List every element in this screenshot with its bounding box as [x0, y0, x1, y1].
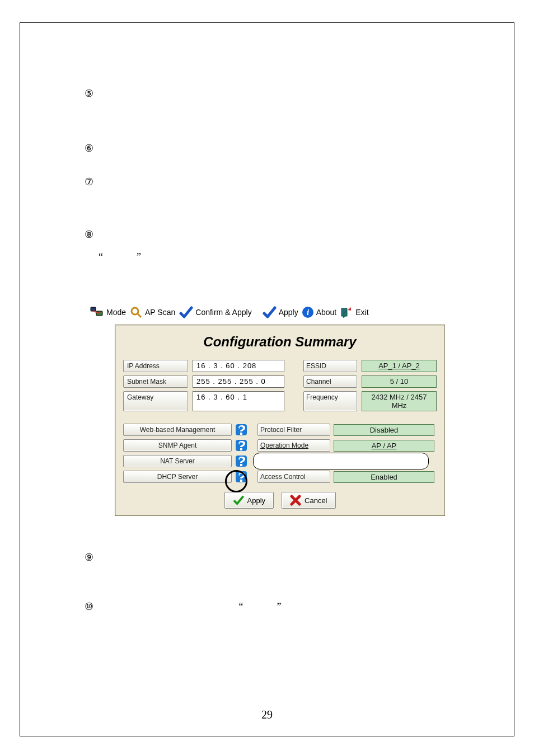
- open-quote-10: “: [239, 601, 243, 612]
- marker-6: ⑥: [83, 142, 95, 155]
- value-essid[interactable]: AP_1 / AP_2: [362, 360, 437, 372]
- value-access: Enabled: [334, 471, 434, 483]
- marker-8: ⑧: [83, 228, 95, 241]
- confirm-apply-button[interactable]: Confirm & Apply: [179, 305, 251, 320]
- row-nat: NAT Server: [123, 455, 437, 467]
- label-essid: ESSID: [303, 360, 357, 372]
- label-channel: Channel: [303, 375, 357, 388]
- apply-button[interactable]: Apply: [262, 305, 298, 320]
- panel-apply-label: Apply: [247, 496, 266, 505]
- svg-line-3: [137, 313, 141, 317]
- marker-7: ⑦: [83, 175, 95, 189]
- label-snmp: SNMP Agent: [123, 439, 232, 452]
- panel-title: Configuration Summary: [123, 334, 437, 350]
- row-mask: Subnet Mask 255 . 255 . 255 . 0 Channel …: [123, 375, 437, 388]
- label-ip: IP Address: [123, 360, 188, 372]
- item-9: ⑨: [83, 551, 489, 564]
- item-10: ⑩ “”: [83, 600, 489, 613]
- toolbar: Mode AP Scan Confirm & Apply Apply i Abo…: [90, 302, 481, 322]
- apscan-button[interactable]: AP Scan: [129, 306, 175, 319]
- label-web: Web-based Management: [123, 424, 232, 436]
- panel-cancel-button[interactable]: Cancel: [282, 492, 335, 509]
- item-6: ⑥: [83, 142, 489, 155]
- check-icon: [262, 305, 277, 320]
- label-proto: Protocol Filter: [257, 424, 330, 436]
- open-quote: “: [99, 251, 137, 262]
- label-dhcp: DHCP Server: [123, 471, 232, 483]
- help-icon-web[interactable]: [235, 424, 247, 436]
- value-proto: Disabled: [334, 424, 434, 436]
- services-block: Web-based Management Protocol Filter Dis…: [123, 424, 437, 483]
- apscan-label: AP Scan: [145, 308, 175, 317]
- panel-cancel-label: Cancel: [305, 496, 327, 505]
- search-icon: [129, 306, 143, 319]
- label-opmode[interactable]: Operation Mode: [257, 439, 330, 452]
- panel-button-row: Apply Cancel: [123, 492, 437, 509]
- mode-label: Mode: [106, 308, 126, 317]
- item-5: ⑤: [83, 87, 489, 100]
- close-quote-10: ”: [277, 601, 282, 612]
- about-button[interactable]: i About: [302, 306, 337, 318]
- value-channel: 5 / 10: [362, 375, 437, 388]
- exit-label: Exit: [355, 308, 368, 317]
- label-gw: Gateway: [123, 391, 188, 411]
- info-icon: i: [302, 306, 314, 318]
- upper-enum-block: ⑤ ⑥ ⑦ ⑧ “”: [83, 87, 489, 273]
- exit-button[interactable]: Exit: [340, 306, 368, 319]
- row-dhcp: DHCP Server Access Control Enabled: [123, 471, 437, 483]
- marker-5: ⑤: [83, 87, 95, 100]
- exit-icon: [340, 306, 353, 319]
- item-8: ⑧: [83, 228, 489, 241]
- page: ⑤ ⑥ ⑦ ⑧ “” Mode AP Scan Confirm & Apply …: [0, 0, 534, 756]
- marker-10: ⑩: [83, 600, 95, 613]
- item-8-quotes: “”: [83, 251, 489, 263]
- about-label: About: [316, 308, 337, 317]
- help-icon-dhcp[interactable]: [235, 471, 247, 483]
- check-icon: [233, 495, 244, 506]
- label-nat: NAT Server: [123, 455, 232, 467]
- help-icon-nat[interactable]: [235, 455, 247, 467]
- config-summary-panel: Configuration Summary IP Address 16 . 3 …: [115, 325, 445, 516]
- confirm-label: Confirm & Apply: [195, 308, 251, 317]
- value-mask: 255 . 255 . 255 . 0: [193, 375, 284, 388]
- row-ip: IP Address 16 . 3 . 60 . 208 ESSID AP_1 …: [123, 360, 437, 372]
- label-mask: Subnet Mask: [123, 375, 188, 388]
- check-icon: [179, 305, 193, 320]
- cross-icon: [290, 495, 301, 506]
- lower-enum-block: ⑨ ⑩ “”: [83, 551, 489, 613]
- label-access: Access Control: [257, 471, 330, 483]
- apply-label: Apply: [279, 308, 298, 317]
- mode-button[interactable]: Mode: [90, 305, 126, 320]
- value-gw: 16 . 3 . 60 . 1: [193, 391, 284, 411]
- row-gw: Gateway 16 . 3 . 60 . 1 Frequency 2432 M…: [123, 391, 437, 411]
- panel-apply-button[interactable]: Apply: [224, 492, 274, 509]
- marker-9: ⑨: [83, 551, 95, 564]
- close-quote: ”: [137, 251, 175, 262]
- devices-icon: [90, 305, 104, 320]
- page-number: 29: [0, 708, 534, 721]
- row-snmp: SNMP Agent Operation Mode AP / AP: [123, 439, 437, 452]
- svg-rect-0: [91, 307, 96, 311]
- row-web: Web-based Management Protocol Filter Dis…: [123, 424, 437, 436]
- value-ip: 16 . 3 . 60 . 208: [193, 360, 284, 372]
- label-freq: Frequency: [303, 391, 357, 411]
- value-opmode[interactable]: AP / AP: [334, 440, 434, 452]
- item-7: ⑦: [83, 175, 489, 189]
- value-freq: 2432 MHz / 2457 MHz: [362, 391, 437, 411]
- callout-bubble: [253, 453, 429, 469]
- help-icon-snmp[interactable]: [235, 439, 247, 452]
